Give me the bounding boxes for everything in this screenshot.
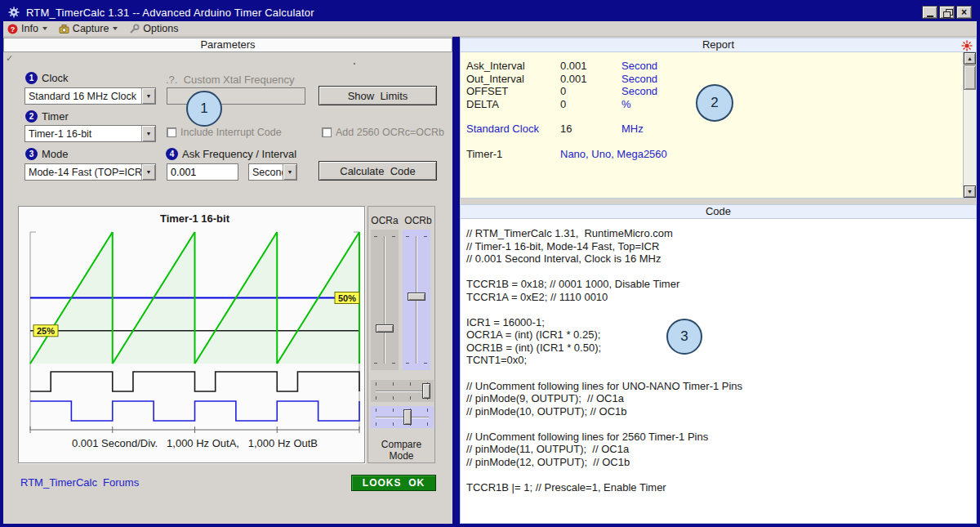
menu-item-capture[interactable]: Capture <box>59 23 118 34</box>
calculate-code-button[interactable]: Calculate Code <box>318 161 437 181</box>
report-header: Report <box>460 38 977 52</box>
report-body: Ask_Interval0.001SecondOut_Interval0.001… <box>460 52 977 199</box>
report-header-label: Report <box>702 38 734 51</box>
ocra-slider[interactable] <box>371 230 399 370</box>
scroll-up-button[interactable]: ▲ <box>964 52 976 65</box>
menu-item-label: Info <box>21 23 38 34</box>
code-line: // RTM_TimerCalc 1.31, RuntimeMicro.com <box>466 227 976 240</box>
chevron-down-icon[interactable]: ▼ <box>141 88 155 104</box>
options-wrench-icon <box>129 24 140 34</box>
chevron-down-icon[interactable]: ▼ <box>141 164 155 180</box>
timer-chart: 50%25%Timer-1 16-bit0.001 Second/Div. 1,… <box>18 206 365 463</box>
window-controls: × <box>922 6 972 19</box>
restore-button[interactable] <box>939 6 955 19</box>
code-line: // 0.001 Second Interval, Clock is 16 MH… <box>466 252 976 266</box>
mode-select[interactable]: Mode-14 Fast (TOP=ICR) ▼ <box>24 163 156 181</box>
code-line: // Timer-1 16-bit, Mode-14 Fast, Top=ICR <box>466 240 976 253</box>
include-interrupt-checkbox[interactable]: Include Interrupt Code <box>167 127 282 138</box>
stray-dot <box>354 63 355 65</box>
code-line: // pinMode(11, OUTPUT); // OC1a <box>466 443 976 456</box>
slider-ticks <box>376 382 429 386</box>
code-line <box>466 418 976 431</box>
compare-slider-bottom-thumb[interactable] <box>403 409 412 425</box>
ask-unit-value: Second <box>249 164 283 180</box>
code-line <box>466 468 976 481</box>
slider-track[interactable] <box>384 236 385 364</box>
window-title: RTM_TimerCalc 1.31 -- Advanced Arduino T… <box>26 7 314 19</box>
checkbox-box <box>322 127 332 137</box>
ocrb-label: OCRb <box>403 215 433 226</box>
close-button[interactable]: × <box>956 6 972 19</box>
menu-item-label: Options <box>143 23 178 34</box>
timer-select-value: Timer-1 16-bit <box>25 126 141 141</box>
timer-label: 2 Timer <box>25 110 69 123</box>
code-line <box>466 367 976 380</box>
red-burst-icon <box>961 40 973 51</box>
scroll-up-icon: ▲ <box>967 56 973 61</box>
scrollbar-thumb[interactable] <box>964 65 976 90</box>
looks-ok-button[interactable]: LOOKS OK <box>351 475 436 491</box>
parameters-panel: Parameters ✓ 1 Clock Standard 16 MHz Clo… <box>3 37 452 524</box>
badge-1: 1 <box>25 72 38 84</box>
code-line <box>466 266 976 279</box>
minimize-button[interactable] <box>922 6 938 19</box>
code-lines: // RTM_TimerCalc 1.31, RuntimeMicro.com/… <box>461 219 976 494</box>
sliders-panel: OCRa OCRb <box>368 206 435 463</box>
badge-4: 4 <box>166 148 178 160</box>
slider-ticks <box>392 236 395 364</box>
report-row: Standard Clock16MHz <box>466 123 976 136</box>
xtal-label: .?. Custom Xtal Frequency <box>166 74 295 86</box>
titlebar: RTM_TimerCalc 1.31 -- Advanced Arduino T… <box>3 3 977 21</box>
slider-ticks <box>376 396 429 400</box>
scroll-down-button[interactable]: ▼ <box>964 185 976 198</box>
checkbox-box <box>167 127 176 137</box>
ask-unit-select[interactable]: Second ▼ <box>248 163 297 181</box>
compare-slider-top-thumb[interactable] <box>422 383 430 399</box>
parameters-header: Parameters <box>3 38 452 52</box>
app-window: RTM_TimerCalc 1.31 -- Advanced Arduino T… <box>0 0 980 527</box>
slider-ticks <box>376 422 429 426</box>
restore-icon <box>943 9 951 16</box>
compare-slider-top[interactable] <box>371 380 434 402</box>
report-row: Ask_Interval0.001Second <box>466 60 976 73</box>
ocrb-slider[interactable] <box>403 230 430 370</box>
ocra-slider-thumb[interactable] <box>376 324 394 333</box>
forums-link[interactable]: RTM_TimerCalc Forums <box>20 476 139 489</box>
compare-slider-bottom[interactable] <box>371 406 434 428</box>
compare-mode-label: Compare Mode <box>368 439 434 462</box>
chevron-down-icon[interactable]: ▼ <box>141 126 155 141</box>
ocra-label: OCRa <box>370 215 399 226</box>
ask-value-input[interactable] <box>167 163 238 181</box>
code-line: // pinMode(12, OUTPUT); // OC1b <box>466 456 976 469</box>
menu-dropdown-arrow <box>113 27 118 30</box>
scroll-down-icon: ▼ <box>967 189 973 194</box>
ocrb-slider-thumb[interactable] <box>408 293 425 301</box>
report-scrollbar[interactable]: ▲ ▼ <box>963 52 976 198</box>
code-line: TCNT1=0x0; <box>466 354 976 367</box>
code-header: Code <box>460 204 977 219</box>
clock-select-value: Standard 16 MHz Clock <box>25 88 141 104</box>
report-row: Timer-1Nano, Uno, Mega2560 <box>466 148 976 161</box>
svg-text:?: ? <box>11 25 16 33</box>
chevron-down-icon[interactable]: ▼ <box>283 164 296 180</box>
slider-ticks <box>376 409 429 412</box>
add-2560-checkbox[interactable]: Add 2560 OCRc=OCRb <box>322 127 444 138</box>
badge-3: 3 <box>25 148 38 160</box>
checkbox-label: Include Interrupt Code <box>180 127 282 138</box>
clock-select[interactable]: Standard 16 MHz Clock ▼ <box>24 87 156 105</box>
help-icon: ? <box>7 24 18 34</box>
annotation-circle: 1 <box>186 91 222 127</box>
timer-select[interactable]: Timer-1 16-bit ▼ <box>24 125 156 142</box>
slider-track[interactable] <box>376 417 429 418</box>
code-line: TCCR1A = 0xE2; // 1110 0010 <box>466 291 976 304</box>
svg-text:50%: 50% <box>338 293 356 303</box>
menu-item-options[interactable]: Options <box>129 23 178 34</box>
slider-track[interactable] <box>376 391 429 392</box>
menu-item-label: Capture <box>73 23 109 34</box>
menu-item-info[interactable]: ? Info <box>7 23 47 34</box>
show-limits-button[interactable]: Show Limits <box>318 86 437 105</box>
code-line: ICR1 = 16000-1; <box>466 316 976 329</box>
code-line: TCCR1B = 0x18; // 0001 1000, Disable Tim… <box>466 278 976 291</box>
minimize-icon <box>927 16 933 17</box>
menu-dropdown-arrow <box>42 27 47 30</box>
